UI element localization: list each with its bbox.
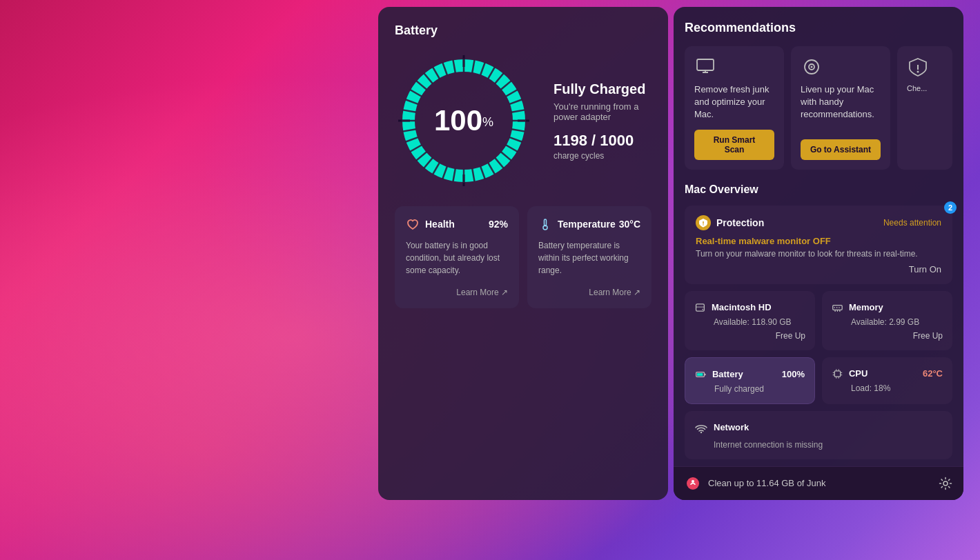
memory-title-row: Memory (849, 302, 943, 312)
assistant-icon (801, 56, 823, 78)
svg-line-13 (488, 163, 495, 174)
mac-overview-title: Mac Overview (685, 183, 952, 196)
svg-rect-69 (834, 370, 840, 376)
temp-card-value: 30°C (619, 219, 640, 230)
macintosh-header: Macintosh HD (694, 301, 805, 314)
memory-header: Memory (832, 301, 943, 314)
cleaner-icon (685, 475, 701, 492)
svg-point-78 (700, 431, 702, 432)
thermometer-icon (538, 217, 552, 231)
svg-line-39 (501, 81, 511, 90)
svg-rect-43 (545, 219, 547, 226)
svg-rect-68 (697, 372, 703, 375)
macintosh-hd-card: Macintosh HD Available: 118.90 GB Free U… (685, 291, 815, 350)
go-to-assistant-button[interactable]: Go to Assistant (801, 139, 881, 160)
svg-line-33 (453, 59, 455, 73)
network-icon (694, 421, 708, 434)
svg-point-51 (811, 66, 813, 68)
svg-line-31 (433, 67, 440, 79)
health-card-title: Health (425, 219, 455, 230)
svg-line-41 (509, 99, 522, 104)
svg-line-15 (472, 168, 474, 182)
svg-line-10 (506, 145, 518, 152)
turn-on-button[interactable]: Turn On (696, 264, 941, 274)
gauge-percent-sign: % (482, 115, 493, 129)
temp-card-desc: Battery temperature is within its perfec… (538, 239, 640, 277)
memory-sub: Available: 2.99 GB (832, 317, 943, 327)
rec-card-assistant: Liven up your Mac with handy recommendat… (791, 46, 890, 170)
svg-line-27 (405, 99, 418, 104)
svg-line-38 (495, 73, 504, 83)
svg-rect-46 (697, 59, 714, 70)
health-title-row: Health (406, 217, 455, 231)
svg-line-30 (424, 73, 433, 83)
temp-title-row: Temperature (538, 217, 616, 231)
battery-panel-title: Battery (395, 23, 651, 38)
battery-detail-cards: Health 92% Your battery is in good condi… (395, 206, 651, 308)
svg-line-12 (495, 158, 504, 168)
memory-icon (832, 301, 843, 314)
monitor-icon (694, 56, 716, 78)
bottom-bar-text: Clean up to 11.64 GB of Junk (708, 478, 826, 488)
bottom-bar: Clean up to 11.64 GB of Junk (674, 466, 963, 500)
cpu-title-row: CPU 62°C (849, 368, 943, 379)
protection-title-text: Protection (716, 217, 764, 228)
battery-status: Fully Charged (553, 81, 651, 97)
svg-point-81 (943, 481, 948, 486)
health-card-desc: Your battery is in good condition, but a… (406, 239, 508, 277)
battery-icon (695, 368, 707, 381)
run-smart-scan-button[interactable]: Run Smart Scan (694, 130, 774, 160)
svg-line-35 (472, 59, 474, 73)
rec-cards-row: Remove fresh junk and optimize your Mac.… (685, 46, 952, 170)
battery-overview-title-row: Battery 100% (712, 369, 805, 379)
macintosh-sub: Available: 118.90 GB (694, 317, 805, 327)
macintosh-free-up[interactable]: Free Up (694, 331, 805, 341)
svg-point-58 (702, 308, 703, 310)
battery-overview-header: Battery 100% (695, 368, 805, 381)
protection-shield-icon (696, 215, 711, 230)
svg-rect-67 (705, 373, 706, 375)
battery-overview-value: 100% (782, 369, 805, 379)
protection-warning: Real-time malware monitor OFF (696, 236, 941, 246)
svg-line-26 (402, 110, 416, 112)
protection-title-row: Protection (696, 215, 764, 230)
svg-line-21 (416, 152, 427, 161)
battery-gauge: // We'll draw this in JS below 100% (395, 52, 533, 190)
svg-point-55 (703, 224, 704, 226)
svg-line-8 (511, 129, 525, 131)
svg-line-40 (506, 90, 518, 97)
svg-line-18 (442, 166, 447, 179)
memory-free-up[interactable]: Free Up (832, 331, 943, 341)
rec-card-scan: Remove fresh junk and optimize your Mac.… (685, 46, 784, 170)
recommendations-title: Recommendations (685, 21, 952, 35)
svg-line-37 (488, 67, 495, 79)
network-missing: Internet connection is missing (694, 440, 943, 450)
protection-badge: 2 (944, 201, 957, 214)
svg-line-42 (511, 110, 525, 112)
health-card-value: 92% (489, 219, 508, 230)
network-card: Network Internet connection is missing (685, 411, 952, 459)
gear-icon[interactable] (939, 477, 952, 490)
battery-overview-card[interactable]: Battery 100% Fully charged (685, 357, 815, 404)
network-header: Network (694, 421, 943, 434)
rec-card-scan-text: Remove fresh junk and optimize your Mac. (694, 83, 774, 121)
svg-line-9 (509, 137, 522, 142)
svg-line-29 (416, 81, 427, 90)
health-learn-more[interactable]: Learn More ↗ (406, 288, 508, 297)
protection-desc: Turn on your malware monitor to look for… (696, 249, 941, 259)
cpu-header: CPU 62°C (832, 367, 943, 381)
cpu-icon (832, 367, 843, 381)
disk-icon (694, 301, 706, 314)
svg-point-80 (692, 480, 694, 483)
cpu-sub: Load: 18% (832, 383, 943, 393)
svg-line-24 (402, 129, 416, 131)
temperature-card: Temperature 30°C Battery temperature is … (527, 206, 651, 308)
right-panel: Recommendations Remove fresh junk and op… (674, 7, 963, 500)
memory-card: Memory Available: 2.99 GB Free Up (822, 291, 952, 350)
battery-subtitle: You're running from a power adapter (553, 101, 651, 122)
battery-overview-title: Battery (712, 369, 743, 379)
battery-main-section: // We'll draw this in JS below 100% Full… (395, 52, 651, 190)
temp-learn-more[interactable]: Learn More ↗ (538, 288, 640, 297)
rec-card-vuln-text: Che... (907, 83, 943, 152)
macintosh-title: Macintosh HD (712, 302, 772, 312)
